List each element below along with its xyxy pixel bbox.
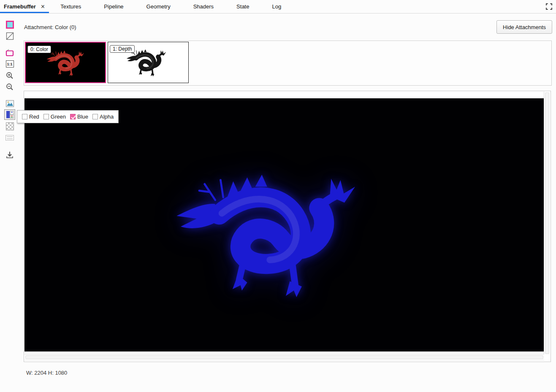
checkbox-icon[interactable] [22, 114, 27, 119]
channel-green-label: Green [51, 114, 66, 120]
tab-log[interactable]: Log [260, 0, 293, 13]
display-image-icon[interactable] [4, 98, 15, 109]
channel-blue-checkbox[interactable]: Blue [70, 114, 88, 120]
attachment-thumbnail-color[interactable]: 0: Color [25, 42, 106, 83]
channel-toggle-panel: Red Green Blue Alpha [17, 110, 119, 123]
channel-red-label: Red [29, 114, 39, 120]
attachment-header-label: Attachment: Color (0) [24, 24, 76, 30]
flip-image-icon[interactable] [4, 47, 15, 58]
channel-red-checkbox[interactable]: Red [22, 114, 39, 120]
display-alpha-checkerboard-icon[interactable] [4, 121, 15, 132]
framebuffer-viewport [24, 91, 551, 362]
channel-blue-label: Blue [77, 114, 88, 120]
tab-pipeline[interactable]: Pipeline [92, 0, 135, 13]
channel-alpha-label: Alpha [100, 114, 114, 120]
zoom-one-to-one-icon[interactable]: 1:1 [4, 59, 15, 69]
close-icon[interactable]: × [41, 3, 45, 10]
one-to-one-label: 1:1 [6, 60, 14, 68]
background-color-swatch-icon[interactable] [4, 19, 15, 30]
horizontal-scrollbar[interactable] [24, 354, 544, 360]
tab-bar: Framebuffer × Textures Pipeline Geometry… [0, 0, 556, 14]
dimensions-status: W: 2204 H: 1080 [26, 370, 67, 376]
tab-framebuffer-label: Framebuffer [4, 3, 36, 10]
tab-log-label: Log [272, 3, 281, 10]
channel-alpha-checkbox[interactable]: Alpha [92, 114, 114, 120]
vertical-scrollbar-thumb[interactable] [545, 92, 549, 354]
tab-shaders[interactable]: Shaders [182, 0, 225, 13]
save-image-icon[interactable] [4, 149, 15, 160]
attachments-strip: 0: Color 1: Depth [24, 41, 552, 86]
zoom-out-icon[interactable] [4, 81, 15, 92]
range-rows-pattern [5, 135, 14, 141]
fullscreen-icon[interactable] [542, 0, 556, 13]
checkbox-icon[interactable] [70, 114, 76, 119]
checkerboard-pattern [6, 122, 14, 130]
background-none-diagonal-icon[interactable] [4, 31, 15, 41]
attachment-thumbnail-depth[interactable]: 1: Depth [108, 42, 189, 83]
tab-geometry[interactable]: Geometry [135, 0, 182, 13]
tab-shaders-label: Shaders [193, 3, 214, 10]
display-range-icon[interactable] [4, 132, 15, 143]
channel-green-checkbox[interactable]: Green [43, 114, 66, 120]
tabbar-spacer [293, 0, 542, 13]
dragon-render [166, 157, 379, 312]
tab-geometry-label: Geometry [146, 3, 171, 10]
framebuffer-canvas[interactable] [24, 98, 544, 351]
attachment-thumbnail-label: 1: Depth [110, 45, 135, 53]
tab-framebuffer[interactable]: Framebuffer × [0, 0, 49, 13]
display-channels-icon[interactable] [4, 109, 15, 120]
hide-attachments-button[interactable]: Hide Attachments [496, 20, 552, 34]
horizontal-scrollbar-thumb[interactable] [25, 355, 543, 359]
vertical-scrollbar[interactable] [544, 92, 550, 355]
framebuffer-debugger-window: { "colors": { "accent_blue": "#1a73e8", … [0, 0, 556, 392]
checkbox-icon[interactable] [43, 114, 49, 119]
tab-pipeline-label: Pipeline [104, 3, 123, 10]
tab-state-label: State [236, 3, 249, 10]
tab-textures[interactable]: Textures [49, 0, 92, 13]
checkbox-icon[interactable] [92, 114, 98, 119]
tab-state[interactable]: State [225, 0, 260, 13]
tab-textures-label: Textures [60, 3, 81, 10]
zoom-in-icon[interactable] [4, 70, 15, 81]
attachment-thumbnail-label: 0: Color [27, 46, 51, 53]
